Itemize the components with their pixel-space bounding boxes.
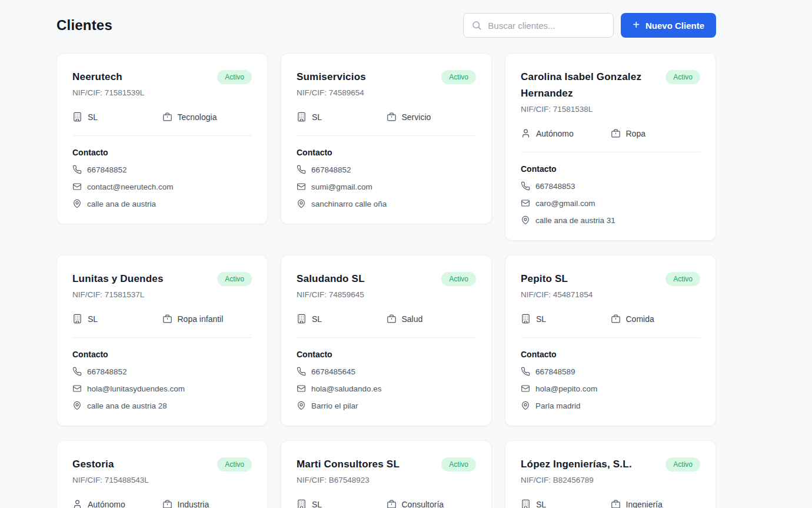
contact-row: contact@neerutech.com — [72, 182, 252, 191]
client-name: López Ingenierías, S.L. — [521, 456, 632, 473]
phone-icon — [521, 181, 530, 191]
client-nif: NIF/CIF: 71581537L — [72, 290, 252, 299]
client-name: Sumiservicios — [297, 69, 366, 85]
client-card[interactable]: Lunitas y Duendes Activo NIF/CIF: 715815… — [56, 255, 268, 426]
contact-row-value: sumi@gmail.com — [311, 182, 372, 191]
client-card[interactable]: Carolina Isabel Gonzalez Hernandez Activ… — [505, 53, 716, 241]
contact-row: 667848852 — [72, 367, 252, 376]
contact-row: sanchinarro calle oña — [297, 199, 476, 208]
contact-row: 667848852 — [297, 165, 476, 174]
contact-row-value: Parla madrid — [535, 401, 581, 410]
briefcase-icon — [162, 314, 172, 324]
client-meta: SL Salud — [297, 314, 476, 338]
sector: Servicio — [387, 112, 477, 122]
contact-section-title: Contacto — [297, 350, 476, 359]
contact-list: 667848852 sumi@gmail.com sanchinarro cal… — [297, 165, 476, 208]
mail-icon — [297, 182, 306, 191]
client-nif: NIF/CIF: B67548923 — [297, 476, 476, 484]
phone-icon — [72, 165, 82, 174]
client-meta: Autónomo Ropa — [521, 128, 700, 152]
client-card[interactable]: Saludando SL Activo NIF/CIF: 74859645 SL… — [281, 255, 492, 426]
search-input[interactable] — [488, 21, 605, 31]
contact-row: sumi@gmail.com — [297, 182, 476, 191]
contact-row: Parla madrid — [521, 401, 700, 410]
phone-icon — [521, 367, 530, 376]
briefcase-icon — [387, 112, 397, 122]
card-head: López Ingenierías, S.L. Activo — [521, 456, 700, 473]
mail-icon — [72, 182, 82, 191]
entity-type-label: SL — [312, 500, 322, 508]
user-icon — [72, 499, 82, 508]
building-icon — [297, 112, 307, 122]
briefcase-icon — [162, 112, 172, 122]
entity-type-label: SL — [88, 112, 98, 122]
sector-label: Consultoría — [402, 500, 444, 508]
status-badge: Activo — [441, 272, 476, 286]
client-nif: NIF/CIF: 715488543L — [72, 476, 252, 484]
card-head: Gestoria Activo — [72, 456, 252, 473]
building-icon — [72, 112, 82, 122]
client-name: Lunitas y Duendes — [72, 271, 164, 287]
client-nif: NIF/CIF: 74589654 — [297, 88, 476, 97]
sector: Ropa infantil — [162, 314, 252, 324]
contact-row: hola@pepito.com — [521, 384, 700, 393]
contact-row: calle ana de austria — [72, 199, 252, 208]
entity-type: SL — [297, 499, 387, 508]
entity-type-label: SL — [536, 314, 546, 324]
map-pin-icon — [72, 401, 82, 410]
client-meta: SL Ingeniería — [521, 499, 700, 508]
contact-row-value: Barrio el pilar — [311, 401, 358, 410]
client-meta: SL Comida — [521, 314, 700, 338]
client-name: Gestoria — [72, 456, 114, 473]
new-client-button[interactable]: + Nuevo Cliente — [621, 13, 716, 38]
map-pin-icon — [297, 401, 306, 410]
client-meta: SL Consultoría — [297, 499, 476, 508]
search-icon — [471, 20, 482, 31]
mail-icon — [297, 384, 306, 393]
status-badge: Activo — [217, 457, 252, 472]
status-badge: Activo — [217, 272, 252, 286]
contact-list: 667848589 hola@pepito.com Parla madrid — [521, 367, 700, 410]
briefcase-icon — [387, 499, 397, 508]
entity-type: SL — [521, 314, 611, 324]
map-pin-icon — [521, 401, 530, 410]
entity-type-label: SL — [536, 500, 546, 508]
contact-row: Barrio el pilar — [297, 401, 476, 410]
sector: Ingeniería — [611, 499, 701, 508]
contact-row: 6678485645 — [297, 367, 476, 376]
new-client-button-label: Nuevo Cliente — [645, 21, 704, 31]
search-box[interactable] — [463, 13, 614, 38]
entity-type: SL — [297, 112, 387, 122]
briefcase-icon — [162, 499, 172, 508]
card-head: Marti Consultores SL Activo — [297, 456, 476, 473]
contact-row-value: calle ana de austria 31 — [535, 216, 615, 225]
header-actions: + Nuevo Cliente — [463, 13, 716, 38]
card-head: Lunitas y Duendes Activo — [72, 271, 252, 287]
contact-row-value: 667848852 — [311, 165, 351, 174]
client-card[interactable]: Neerutech Activo NIF/CIF: 71581539L SL T… — [56, 53, 268, 224]
client-name: Saludando SL — [297, 271, 365, 287]
contact-row: 667848853 — [521, 181, 700, 191]
client-nif: NIF/CIF: 454871854 — [521, 290, 700, 299]
entity-type-label: SL — [312, 112, 322, 122]
contact-row-value: 6678485645 — [311, 367, 355, 376]
client-card[interactable]: Pepito SL Activo NIF/CIF: 454871854 SL C… — [505, 255, 716, 426]
building-icon — [297, 314, 307, 324]
client-card[interactable]: Sumiservicios Activo NIF/CIF: 74589654 S… — [281, 53, 492, 224]
card-head: Sumiservicios Activo — [297, 69, 476, 85]
page-title: Clientes — [56, 17, 112, 34]
contact-row: 667848852 — [72, 165, 252, 174]
sector: Ropa — [611, 128, 701, 138]
sector-label: Industria — [178, 500, 209, 508]
client-card[interactable]: Marti Consultores SL Activo NIF/CIF: B67… — [281, 440, 492, 508]
client-card[interactable]: López Ingenierías, S.L. Activo NIF/CIF: … — [505, 440, 716, 508]
mail-icon — [72, 384, 82, 393]
client-card[interactable]: Gestoria Activo NIF/CIF: 715488543L Autó… — [56, 440, 268, 508]
entity-type-label: Autónomo — [88, 500, 125, 508]
contact-row-value: 667848852 — [87, 165, 127, 174]
contact-row: caro@gmail.com — [521, 198, 700, 208]
client-nif: NIF/CIF: 71581538L — [521, 105, 700, 114]
contact-section-title: Contacto — [297, 148, 476, 157]
client-nif: NIF/CIF: 74859645 — [297, 290, 476, 299]
entity-type-label: Autónomo — [536, 129, 574, 138]
